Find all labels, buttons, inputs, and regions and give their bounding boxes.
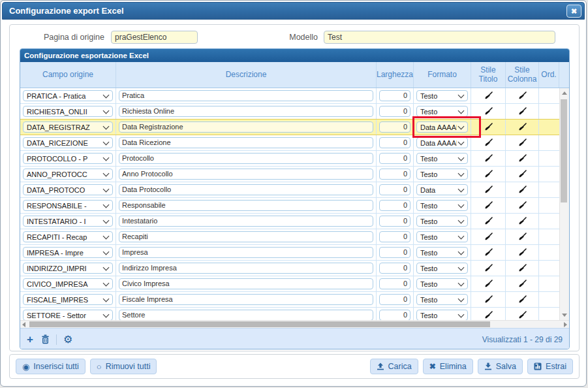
campo-origine-select[interactable]: INTESTATARIO - I xyxy=(23,216,113,227)
larghezza-input[interactable]: 0 xyxy=(379,278,410,289)
stile-colonna-button[interactable] xyxy=(516,231,529,244)
descrizione-input[interactable]: Impresa xyxy=(119,247,373,258)
elimina-button[interactable]: ✖ Elimina xyxy=(423,359,473,374)
descrizione-input[interactable]: Data Ricezione xyxy=(119,137,373,148)
formato-select[interactable]: Testo xyxy=(416,169,468,180)
scroll-up-arrow-icon[interactable] xyxy=(560,88,569,98)
descrizione-input[interactable]: Recapiti xyxy=(119,231,373,242)
larghezza-input[interactable]: 0 xyxy=(379,247,410,258)
campo-origine-select[interactable]: DATA_REGISTRAZ xyxy=(23,121,113,133)
larghezza-input[interactable]: 0 xyxy=(379,153,410,164)
campo-origine-select[interactable]: RESPONSABILE - xyxy=(23,200,113,211)
stile-colonna-button[interactable] xyxy=(516,105,529,118)
stile-colonna-button[interactable] xyxy=(516,152,529,165)
pagina-origine-input[interactable]: praGestElenco xyxy=(111,31,198,44)
modello-input[interactable]: Test xyxy=(324,31,555,44)
descrizione-input[interactable]: Richiesta Online xyxy=(119,106,373,117)
stile-colonna-button[interactable] xyxy=(516,293,529,306)
inserisci-tutti-button[interactable]: ◉ Inserisci tutti xyxy=(16,359,85,374)
formato-select[interactable]: Data AAAAM xyxy=(416,137,468,148)
formato-select[interactable]: Testo xyxy=(416,153,468,164)
larghezza-input[interactable]: 0 xyxy=(379,294,410,305)
formato-select[interactable]: Testo xyxy=(416,200,468,211)
formato-select[interactable]: Testo xyxy=(416,263,468,274)
campo-origine-select[interactable]: SETTORE - Settor xyxy=(23,310,113,320)
larghezza-input[interactable]: 0 xyxy=(379,121,410,133)
carica-button[interactable]: Carica xyxy=(370,359,418,374)
stile-titolo-button[interactable] xyxy=(482,152,495,165)
stile-titolo-button[interactable] xyxy=(482,309,495,321)
scroll-left-arrow-icon[interactable] xyxy=(20,321,28,329)
larghezza-input[interactable]: 0 xyxy=(379,231,410,242)
descrizione-input[interactable]: Civico Impresa xyxy=(119,278,373,289)
larghezza-input[interactable]: 0 xyxy=(379,90,410,101)
campo-origine-select[interactable]: RICHIESTA_ONLII xyxy=(23,106,113,117)
formato-select[interactable]: Data AAAAM xyxy=(416,121,468,133)
formato-select[interactable]: Testo xyxy=(416,247,468,258)
campo-origine-select[interactable]: INDIRIZZO_IMPRI xyxy=(23,263,113,274)
descrizione-input[interactable]: Fiscale Impresa xyxy=(119,294,373,305)
larghezza-input[interactable]: 0 xyxy=(379,184,410,195)
stile-titolo-button[interactable] xyxy=(482,293,495,306)
stile-colonna-button[interactable] xyxy=(516,168,529,181)
stile-titolo-button[interactable] xyxy=(482,199,495,212)
campo-origine-select[interactable]: CIVICO_IMPRESA xyxy=(23,278,113,289)
stile-titolo-button[interactable] xyxy=(482,231,495,244)
salva-button[interactable]: Salva xyxy=(478,359,523,374)
stile-titolo-button[interactable] xyxy=(482,262,495,275)
settings-button[interactable]: ⚙ xyxy=(63,334,72,345)
vertical-scrollbar[interactable] xyxy=(559,88,569,320)
descrizione-input[interactable]: Intestatario xyxy=(119,216,373,227)
horizontal-scrollbar[interactable] xyxy=(20,320,569,328)
stile-colonna-button[interactable] xyxy=(516,278,529,291)
campo-origine-select[interactable]: PRATICA - Pratica xyxy=(23,90,113,101)
larghezza-input[interactable]: 0 xyxy=(379,216,410,227)
formato-select[interactable]: Testo xyxy=(416,310,468,320)
campo-origine-select[interactable]: FISCALE_IMPRES xyxy=(23,294,113,305)
larghezza-input[interactable]: 0 xyxy=(379,169,410,180)
stile-titolo-button[interactable] xyxy=(482,89,495,103)
campo-origine-select[interactable]: DATA_PROTOCO xyxy=(23,184,113,195)
larghezza-input[interactable]: 0 xyxy=(379,106,410,117)
close-button[interactable]: ✖ xyxy=(566,5,581,18)
stile-titolo-button[interactable] xyxy=(482,278,495,291)
rimuovi-tutti-button[interactable]: ○ Rimuovi tutti xyxy=(90,359,157,374)
formato-select[interactable]: Testo xyxy=(416,231,468,242)
larghezza-input[interactable]: 0 xyxy=(379,263,410,274)
horizontal-scrollbar-thumb[interactable] xyxy=(29,321,490,327)
campo-origine-select[interactable]: RECAPITI - Recap xyxy=(23,231,113,242)
vertical-scrollbar-track[interactable] xyxy=(560,202,569,310)
vertical-scrollbar-thumb[interactable] xyxy=(561,99,567,202)
formato-select[interactable]: Testo xyxy=(416,294,468,305)
descrizione-input[interactable]: Data Protocollo xyxy=(119,184,373,195)
stile-titolo-button[interactable] xyxy=(482,184,495,197)
delete-row-button[interactable] xyxy=(41,334,50,344)
stile-titolo-button[interactable] xyxy=(482,215,495,228)
formato-select[interactable]: Testo xyxy=(416,216,468,227)
scroll-right-arrow-icon[interactable] xyxy=(561,321,569,329)
formato-select[interactable]: Testo xyxy=(416,278,468,289)
campo-origine-select[interactable]: DATA_RICEZIONE xyxy=(23,137,113,148)
stile-titolo-button[interactable] xyxy=(482,246,495,259)
stile-titolo-button[interactable] xyxy=(482,105,495,118)
descrizione-input[interactable]: Settore xyxy=(119,310,373,320)
descrizione-input[interactable]: Protocollo xyxy=(119,153,373,164)
stile-colonna-button[interactable] xyxy=(516,262,529,275)
stile-colonna-button[interactable] xyxy=(516,89,529,103)
larghezza-input[interactable]: 0 xyxy=(379,310,410,320)
formato-select[interactable]: Data xyxy=(416,184,468,195)
campo-origine-select[interactable]: ANNO_PROTOCC xyxy=(23,169,113,180)
scroll-down-arrow-icon[interactable] xyxy=(560,310,569,320)
add-row-button[interactable]: + xyxy=(27,334,33,345)
stile-colonna-button[interactable] xyxy=(516,246,529,259)
stile-titolo-button[interactable] xyxy=(482,121,495,134)
descrizione-input[interactable]: Anno Protocollo xyxy=(119,169,373,180)
stile-colonna-button[interactable] xyxy=(516,137,529,150)
stile-titolo-button[interactable] xyxy=(482,168,495,181)
descrizione-input[interactable]: Data Registrazione xyxy=(119,121,373,133)
stile-colonna-button[interactable] xyxy=(516,121,529,134)
descrizione-input[interactable]: Pratica xyxy=(119,90,373,101)
stile-colonna-button[interactable] xyxy=(516,309,529,321)
formato-select[interactable]: Testo xyxy=(416,90,468,101)
campo-origine-select[interactable]: IMPRESA - Impre xyxy=(23,247,113,258)
